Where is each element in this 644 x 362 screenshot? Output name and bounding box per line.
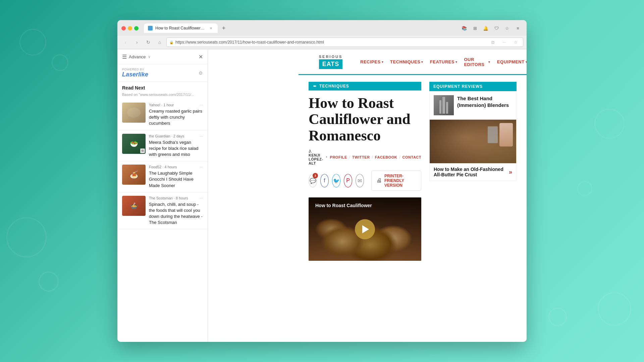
nav-editors[interactable]: OUR EDITORS ▾ (461, 55, 493, 69)
print-label: PRINTER-FRIENDLY VERSION (384, 174, 416, 188)
sidebar-close-button[interactable]: ✕ (199, 54, 203, 60)
notifications-icon[interactable]: 🔔 (481, 23, 490, 33)
chevron-down-icon: ▾ (455, 60, 458, 64)
bookmarks-icon[interactable]: 📚 (460, 23, 469, 33)
author-links: PROFILE / TWITTER / FACEBOOK / CONTACT (330, 155, 421, 160)
chevron-down-icon: ▾ (382, 60, 384, 64)
nav-recipes[interactable]: RECIPES ▾ (358, 57, 386, 66)
star-icon[interactable]: ☆ (502, 23, 512, 33)
video-title: How to Roast Cauliflower (315, 203, 372, 208)
contact-link[interactable]: CONTACT (402, 155, 421, 159)
site-nav: RECIPES ▾ TECHNIQUES ▾ FEATURES ▾ OUR ED… (358, 55, 527, 69)
equipment-silhouette (488, 126, 498, 143)
article-author-line: J. KENJI LÓPEZ-ALT • PROFILE / TWITTER /… (309, 149, 421, 165)
laserlike-brand: POWERED BY Laserlike (122, 68, 148, 78)
laserlike-section: POWERED BY Laserlike ⚙ (117, 64, 208, 82)
advance-logo: ☰ Advance ∨ (122, 54, 151, 60)
news-item[interactable]: 🍝 Food52 · 4 hours ··· The Laughably Sim… (117, 161, 208, 192)
news-item[interactable]: Yahoo! · 1 hour ··· Creamy roasted garli… (117, 99, 208, 130)
nav-equipment[interactable]: EQUIPMENT ▾ (494, 57, 527, 66)
person-silhouette (499, 123, 513, 146)
home-button[interactable]: ⌂ (155, 38, 164, 47)
news-content: Food52 · 4 hours ··· The Laughably Simpl… (149, 165, 203, 189)
main-content: SERIOUS EATS RECIPES ▾ TECHNIQUES ▾ FEAT… (299, 50, 527, 342)
tab-favicon (148, 26, 153, 31)
forward-button[interactable]: › (132, 38, 142, 47)
video-review-thumbnail (430, 120, 516, 163)
sidebar-header-actions: ✕ (199, 54, 203, 60)
settings-gear-icon[interactable]: ⚙ (199, 70, 203, 76)
new-tab-button[interactable]: + (219, 23, 228, 33)
author-dot: • (326, 155, 327, 160)
equipment-reviews-section: EQUIPMENT REVIEWS The Best Hand (Immersi… (429, 82, 517, 181)
email-share-button[interactable]: ✉ (356, 174, 364, 187)
logo-top-text: SERIOUS (319, 55, 343, 59)
category-badge[interactable]: TECHNIQUES (309, 82, 421, 90)
address-bar[interactable]: 🔒 https://www.seriouseats.com/2017/11/ho… (166, 38, 523, 47)
share-bar: 💬 3 f 🐦 P ✉ 🖨 PRINTER-FRIENDLY VERSION (309, 171, 421, 191)
news-meta: Yahoo! · 1 hour ··· (149, 103, 203, 107)
news-source: Yahoo! · 1 hour (149, 103, 174, 107)
chevron-down-icon: ▾ (488, 60, 490, 64)
news-more-button[interactable]: ··· (200, 134, 203, 138)
sidebar-icon[interactable]: ⊞ (470, 23, 480, 33)
sidebar-header: ☰ Advance ∨ ✕ (117, 50, 208, 64)
active-tab[interactable]: How to Roast Cauliflower and R... ✕ (144, 23, 218, 33)
article-layout: TECHNIQUES How to Roast Cauliflower and … (299, 75, 527, 267)
article-video[interactable]: How to Roast Cauliflower (309, 197, 421, 261)
facebook-link[interactable]: FACEBOOK (375, 155, 397, 159)
blender-review-item[interactable]: The Best Hand (Immersion) Blenders (429, 91, 517, 120)
nav-techniques[interactable]: TECHNIQUES ▾ (387, 57, 426, 66)
news-more-button[interactable]: ··· (200, 103, 203, 107)
comment-button[interactable]: 💬 3 (309, 174, 317, 187)
browser-window: How to Roast Cauliflower and R... ✕ + 📚 … (117, 20, 527, 342)
tab-title: How to Roast Cauliflower and R... (155, 26, 206, 31)
browser-chrome: How to Roast Cauliflower and R... ✕ + 📚 … (117, 20, 527, 49)
site-header: SERIOUS EATS RECIPES ▾ TECHNIQUES ▾ FEAT… (299, 50, 527, 75)
equipment-reviews-header: EQUIPMENT REVIEWS (429, 82, 517, 91)
nav-features[interactable]: FEATURES ▾ (427, 57, 460, 66)
more-options-icon[interactable]: ··· (499, 38, 509, 47)
maximize-button[interactable] (134, 26, 139, 31)
powered-by-label: POWERED BY (122, 68, 148, 71)
minimize-button[interactable] (128, 26, 132, 31)
news-content: Yahoo! · 1 hour ··· Creamy roasted garli… (149, 103, 203, 127)
tab-close-button[interactable]: ✕ (208, 25, 214, 31)
facebook-share-button[interactable]: f (320, 174, 329, 187)
back-button[interactable]: ‹ (121, 38, 130, 47)
twitter-link[interactable]: TWITTER (352, 155, 370, 159)
news-more-button[interactable]: ··· (200, 196, 203, 200)
pinterest-share-button[interactable]: P (344, 174, 352, 187)
close-button[interactable] (121, 26, 126, 31)
browser-toolbar-icons: 📚 ⊞ 🔔 🛡 ☆ ≡ (460, 23, 523, 33)
news-item[interactable]: 🍲 The Scotsman · 8 hours ··· Spinach, ch… (117, 192, 208, 230)
extensions-icon[interactable]: 🛡 (492, 23, 501, 33)
news-more-button[interactable]: ··· (200, 165, 203, 169)
tab-bar: How to Roast Cauliflower and R... ✕ + (144, 23, 457, 33)
menu-icon[interactable]: ≡ (513, 23, 523, 33)
url-text: https://www.seriouseats.com/2017/11/how-… (175, 40, 486, 45)
read-next-heading: Read Next (117, 82, 208, 92)
print-button[interactable]: 🖨 PRINTER-FRIENDLY VERSION (371, 171, 421, 191)
reader-view-icon[interactable]: ⊡ (488, 38, 497, 47)
video-review-item[interactable]: How to Make an Old-Fashioned All-Butter … (429, 120, 517, 181)
site-logo[interactable]: SERIOUS EATS (317, 50, 344, 74)
profile-link[interactable]: PROFILE (330, 155, 347, 159)
author-name: J. KENJI LÓPEZ-ALT (309, 149, 323, 165)
chevron-down-icon: ▾ (526, 60, 527, 64)
news-content: the Guardian · 2 days ··· Meera Sodha's … (149, 134, 203, 158)
category-label: TECHNIQUES (319, 84, 349, 88)
refresh-button[interactable]: ↻ (144, 38, 153, 47)
traffic-lights (121, 26, 139, 31)
video-review-title-container: How to Make an Old-Fashioned All-Butter … (430, 163, 516, 181)
twitter-share-button[interactable]: 🐦 (332, 174, 340, 187)
news-item[interactable]: 🥗 G the Guardian · 2 days ··· Meera Sodh… (117, 130, 208, 162)
play-button[interactable] (355, 219, 375, 239)
article-title: How to Roast Cauliflower and Romanesco (309, 95, 421, 144)
arrow-right-icon: » (509, 169, 512, 176)
bookmark-star-icon[interactable]: ☆ (511, 38, 520, 47)
article-main: TECHNIQUES How to Roast Cauliflower and … (309, 82, 421, 261)
separator: / (399, 155, 400, 160)
news-source: The Scotsman · 8 hours (149, 196, 188, 200)
blender-review-title: The Best Hand (Immersion) Blenders (457, 95, 512, 115)
